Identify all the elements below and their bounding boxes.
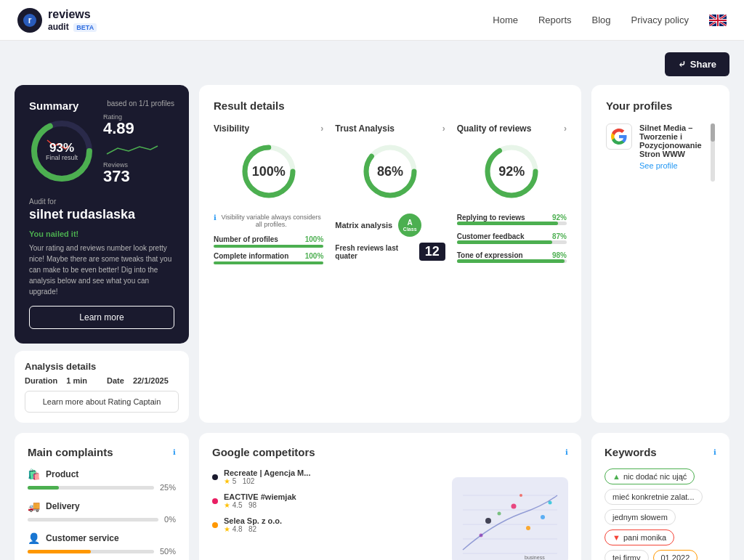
rating-stat: Rating 4.89 — [103, 113, 174, 137]
competitors-title-row: Google competitors ℹ — [212, 446, 568, 458]
summary-title: Summary — [29, 100, 78, 112]
keyword-tag-5[interactable]: 01 2022 — [653, 550, 698, 560]
learn-more-button[interactable]: Learn more — [29, 306, 174, 329]
competitors-layout: Recreate | Agencja M... ★ 5 102 — [212, 468, 568, 560]
nailed-description: Your rating and reviews number look pret… — [29, 243, 174, 297]
navbar: r reviews audit BETA Home Reports Blog P… — [0, 0, 744, 41]
keyword-tag-4[interactable]: tej firmy — [604, 550, 649, 560]
visibility-metric: 100% — [214, 142, 323, 206]
visibility-chevron[interactable]: › — [320, 123, 323, 134]
num-profiles-bar-fill — [214, 245, 323, 248]
complete-info-metric: Complete information 100% — [214, 252, 323, 264]
summary-main: 93% Final result Rating 4.89 — [29, 113, 174, 189]
profile-info: Silnet Media – Tworzenie i Pozycjonowani… — [639, 123, 715, 170]
replying-metric: Replying to reviews 92% — [457, 214, 567, 225]
logo-icon: r — [17, 8, 42, 33]
share-row: ⤶ Share — [15, 52, 729, 76]
analysis-duration-row: Duration 1 min Date 22/1/2025 — [25, 376, 179, 385]
keywords-title-row: Keywords ℹ — [604, 446, 716, 458]
visibility-note: ℹ Visibility variable always considers a… — [214, 214, 323, 228]
svg-text:business: business — [525, 555, 545, 560]
quality-chevron[interactable]: › — [564, 123, 567, 134]
keywords-card: Keywords ℹ ▲ nic dodać nic ująć mieć kon… — [591, 433, 729, 560]
donut-chart: 93% Final result — [29, 118, 94, 184]
a-class-badge: A Class — [398, 214, 421, 237]
matrix-row: Matrix analysis A Class — [335, 214, 445, 237]
see-profile-link[interactable]: See profile — [639, 161, 715, 170]
complaints-title: Main complaints — [28, 446, 113, 458]
svg-point-25 — [485, 518, 491, 524]
svg-point-29 — [541, 515, 545, 519]
quality-column: Quality of reviews › 92% — [457, 123, 567, 264]
donut-text: 93% Final result — [46, 142, 78, 161]
audit-for-label: Audit for — [29, 198, 174, 206]
visibility-ring: 100% — [240, 142, 298, 200]
profiles-list: Silnet Media – Tworzenie i Pozycjonowani… — [606, 123, 715, 170]
competitors-scatter-chart: business — [452, 477, 568, 560]
delivery-complaint: 🚚 Delivery 0% — [28, 500, 176, 524]
quality-sub-metrics: Replying to reviews 92% Customer feedbac… — [457, 214, 567, 263]
complaints-title-row: Main complaints ℹ — [28, 446, 176, 458]
product-complaint: 🛍️ Product 25% — [28, 468, 176, 492]
keyword-tag-1[interactable]: mieć konkretnie zalat... — [604, 489, 703, 505]
product-header: 🛍️ Product — [28, 468, 176, 480]
product-pct: 25% — [160, 483, 176, 492]
page-container: ⤶ Share Summary based on 1/1 profiles — [0, 41, 744, 560]
main-grid: Summary based on 1/1 profiles 93% — [15, 85, 729, 423]
comp-dot-0 — [212, 474, 218, 480]
competitors-list: Recreate | Agencja M... ★ 5 102 — [212, 468, 443, 560]
bottom-grid: Main complaints ℹ 🛍️ Product 25% — [15, 433, 729, 560]
complaints-card: Main complaints ℹ 🛍️ Product 25% — [15, 433, 189, 560]
keyword-tag-2[interactable]: jednym słowem — [604, 509, 676, 525]
trust-ring: 86% — [361, 142, 419, 200]
svg-text:r: r — [28, 15, 32, 25]
tone-bar-fill — [457, 259, 565, 263]
svg-point-31 — [519, 494, 522, 497]
trust-chevron[interactable]: › — [442, 123, 445, 134]
product-icon: 🛍️ — [28, 468, 40, 480]
complete-info-bar — [214, 261, 323, 264]
summary-stats: Rating 4.89 Reviews 373 — [103, 113, 174, 189]
trust-column: Trust Analysis › 86% Matrix — [335, 123, 445, 264]
nav-reports[interactable]: Reports — [538, 15, 572, 25]
summary-based-on: based on 1/1 profiles — [107, 100, 174, 107]
profile-item: Silnet Media – Tworzenie i Pozycjonowani… — [606, 123, 715, 170]
complete-info-bar-fill — [214, 261, 323, 264]
result-details-card: Result details Visibility › — [199, 85, 581, 423]
customer-service-pct: 50% — [160, 547, 176, 556]
svg-point-27 — [526, 526, 530, 530]
star-icon-1: ★ — [224, 501, 230, 509]
nav-privacy[interactable]: Privacy policy — [631, 15, 689, 25]
fresh-reviews-row: Fresh reviews last quater 12 — [335, 243, 445, 261]
quality-ring: 92% — [482, 142, 541, 200]
keyword-tag-0[interactable]: ▲ nic dodać nic ująć — [604, 468, 695, 484]
customer-service-header: 👤 Customer service — [28, 532, 176, 544]
delivery-bar-bg — [28, 518, 158, 522]
share-icon: ⤶ — [678, 59, 686, 70]
profile-google-icon — [606, 123, 632, 150]
replying-bar — [457, 222, 567, 225]
language-flag[interactable] — [709, 15, 727, 26]
feedback-bar — [457, 240, 567, 244]
fresh-reviews-badge: 12 — [419, 243, 445, 261]
competitors-card: Google competitors ℹ Recreate | Agencja … — [199, 433, 581, 560]
comp-dot-1 — [212, 498, 218, 504]
svg-point-26 — [512, 504, 517, 509]
quality-metric: 92% — [457, 142, 567, 206]
delivery-header: 🚚 Delivery — [28, 500, 176, 512]
learn-captain-button[interactable]: Learn more about Rating Captain — [25, 391, 179, 413]
nav-home[interactable]: Home — [493, 15, 518, 25]
analysis-details-card: Analysis details Duration 1 min Date 22/… — [15, 351, 189, 423]
num-profiles-bar — [214, 245, 323, 248]
visibility-sub-metrics: Number of profiles 100% Complete informa… — [214, 235, 323, 264]
num-profiles-metric: Number of profiles 100% — [214, 235, 323, 248]
nav-blog[interactable]: Blog — [592, 15, 611, 25]
keyword-tag-3[interactable]: ▼ pani monika — [604, 529, 674, 545]
profiles-title: Your profiles — [606, 100, 715, 112]
customer-service-bar-fill — [28, 550, 91, 553]
share-button[interactable]: ⤶ Share — [665, 52, 729, 76]
product-bar-bg — [28, 486, 154, 490]
competitors-info-icon: ℹ — [565, 448, 568, 456]
svg-point-28 — [498, 512, 501, 516]
competitor-item-0: Recreate | Agencja M... ★ 5 102 — [212, 468, 443, 485]
